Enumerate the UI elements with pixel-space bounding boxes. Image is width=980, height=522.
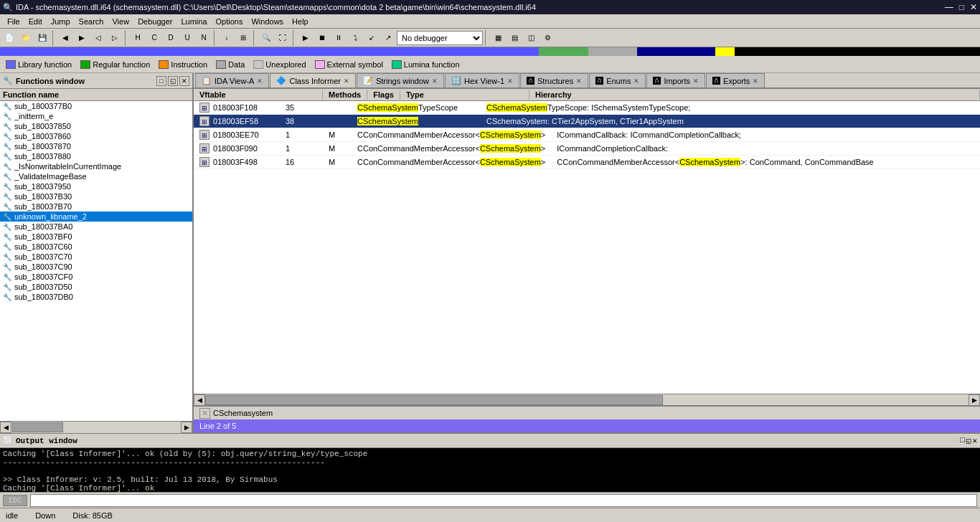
- func-item[interactable]: 🔧sub_180037880: [0, 151, 192, 161]
- output-close-btn[interactable]: ✕: [972, 436, 977, 445]
- toolbar-hex[interactable]: H: [130, 30, 146, 46]
- table-row[interactable]: ⊞ 018003EF58 38 CSchemaSystem CSchemaSys…: [194, 115, 980, 128]
- tab-enums[interactable]: 🅰 Enums ✕: [589, 73, 646, 87]
- toolbar-undefine[interactable]: U: [179, 30, 195, 46]
- idc-input[interactable]: [30, 494, 977, 507]
- tab-hex-view[interactable]: 🔠 Hex View-1 ✕: [445, 73, 519, 87]
- functions-panel-new[interactable]: □: [156, 76, 166, 86]
- table-row[interactable]: ⊞ 018003EE70 1 M CConCommandMemberAccess…: [194, 128, 980, 142]
- toolbar-code[interactable]: C: [146, 30, 162, 46]
- func-item[interactable]: 🔧sub_1800377B0: [0, 101, 192, 111]
- menu-edit[interactable]: Edit: [24, 16, 47, 27]
- minimize-button[interactable]: —: [945, 2, 953, 12]
- table-row[interactable]: ⊞ 018003F498 16 M CConCommandMemberAcces…: [194, 156, 980, 169]
- toolbar-stepout[interactable]: ↗: [380, 30, 396, 46]
- toolbar-stepinto[interactable]: ↙: [364, 30, 380, 46]
- menu-search[interactable]: Search: [75, 16, 108, 27]
- toolbar-back2[interactable]: ◁: [90, 30, 106, 46]
- menu-options[interactable]: Options: [212, 16, 248, 27]
- output-header-buttons[interactable]: □ ◱ ✕: [960, 436, 977, 445]
- tab-exports[interactable]: 🅰 Exports ✕: [706, 73, 765, 87]
- table-row[interactable]: ⊞ 018003F090 1 M CConCommandMemberAccess…: [194, 142, 980, 156]
- toolbar-extra3[interactable]: ◫: [523, 30, 539, 46]
- toolbar-jump[interactable]: ↓: [219, 30, 235, 46]
- table-row[interactable]: ⊞ 018003F108 35 CSchemaSystemTypeScope C…: [194, 101, 980, 115]
- func-item[interactable]: 🔧sub_180037D50: [0, 282, 192, 292]
- func-item[interactable]: 🔧unknown_libname_2: [0, 212, 192, 222]
- table-body[interactable]: ⊞ 018003F108 35 CSchemaSystemTypeScope C…: [194, 101, 980, 394]
- toolbar-new[interactable]: 📄: [1, 30, 17, 46]
- menu-windows[interactable]: Windows: [247, 16, 288, 27]
- toolbar-extra1[interactable]: ▦: [490, 30, 506, 46]
- func-item[interactable]: 🔧sub_180037860: [0, 131, 192, 141]
- tab-class-informer[interactable]: 🔷 Class Informer ✕: [270, 73, 356, 87]
- hscroll-thumb[interactable]: [12, 422, 63, 432]
- functions-panel-close[interactable]: ✕: [179, 76, 189, 86]
- toolbar-search1[interactable]: 🔍: [258, 30, 274, 46]
- tab-class-close[interactable]: ✕: [344, 77, 349, 85]
- tab-strings-close[interactable]: ✕: [432, 77, 438, 85]
- func-item[interactable]: 🔧sub_180037BA0: [0, 222, 192, 232]
- toolbar-extra4[interactable]: ⚙: [540, 30, 555, 46]
- output-new-btn[interactable]: □: [960, 436, 965, 445]
- toolbar-fwd[interactable]: ▶: [74, 30, 90, 46]
- output-restore-btn[interactable]: ◱: [966, 436, 971, 445]
- func-item[interactable]: 🔧sub_180037B70: [0, 201, 192, 212]
- menu-help[interactable]: Help: [288, 16, 313, 27]
- toolbar-pause[interactable]: ⏸: [331, 30, 347, 46]
- hscroll-thumb[interactable]: [205, 395, 663, 405]
- maximize-button[interactable]: □: [959, 2, 964, 12]
- tab-ida-close[interactable]: ✕: [257, 77, 263, 85]
- functions-panel-buttons[interactable]: □ ◱ ✕: [156, 76, 189, 86]
- hscroll-right-arrow[interactable]: ▶: [969, 394, 980, 406]
- tab-structures-close[interactable]: ✕: [576, 77, 582, 85]
- toolbar-fwd2[interactable]: ▷: [107, 30, 123, 46]
- hscroll-left-arrow[interactable]: ◀: [194, 394, 205, 406]
- func-item[interactable]: 🔧sub_180037950: [0, 181, 192, 191]
- tab-imports[interactable]: 🅰 Imports ✕: [646, 73, 705, 87]
- toolbar-graph[interactable]: ⊞: [235, 30, 251, 46]
- menu-debugger[interactable]: Debugger: [133, 16, 176, 27]
- toolbar-stepover[interactable]: ⤵: [347, 30, 363, 46]
- toolbar-name[interactable]: N: [196, 30, 212, 46]
- functions-hscroll[interactable]: ◀ ▶: [0, 421, 192, 432]
- func-item[interactable]: 🔧sub_180037850: [0, 121, 192, 131]
- menu-view[interactable]: View: [108, 16, 133, 27]
- toolbar-run[interactable]: ▶: [298, 30, 314, 46]
- menu-file[interactable]: File: [3, 16, 24, 27]
- func-item[interactable]: 🔧_IsNonwritableInCurrentImage: [0, 161, 192, 171]
- close-button[interactable]: ✕: [970, 2, 977, 12]
- func-item[interactable]: 🔧_initterm_e: [0, 111, 192, 121]
- bottom-nav-close-icon[interactable]: ✕: [199, 408, 210, 419]
- tab-imports-close[interactable]: ✕: [693, 77, 699, 85]
- tab-ida-view-a[interactable]: 📋 IDA View-A ✕: [195, 73, 269, 87]
- toolbar-open[interactable]: 📁: [18, 30, 34, 46]
- toolbar-save[interactable]: 💾: [34, 30, 50, 46]
- func-item[interactable]: 🔧sub_180037B30: [0, 191, 192, 201]
- toolbar-search2[interactable]: ⛶: [275, 30, 291, 46]
- toolbar-back[interactable]: ◀: [57, 30, 73, 46]
- menu-lumina[interactable]: Lumina: [176, 16, 211, 27]
- func-item[interactable]: 🔧sub_180037BF0: [0, 232, 192, 242]
- window-controls[interactable]: — □ ✕: [945, 2, 977, 12]
- menu-jump[interactable]: Jump: [47, 16, 75, 27]
- h-scroll-bar[interactable]: ◀ ▶: [194, 394, 980, 405]
- func-item[interactable]: 🔧sub_180037870: [0, 141, 192, 151]
- tab-strings-window[interactable]: 📝 Strings window ✕: [357, 73, 444, 87]
- functions-panel-restore[interactable]: ◱: [168, 76, 178, 86]
- func-item[interactable]: 🔧sub_180037DB0: [0, 292, 192, 302]
- func-item[interactable]: 🔧sub_180037C60: [0, 242, 192, 252]
- func-item[interactable]: 🔧sub_180037C90: [0, 262, 192, 272]
- hscroll-right[interactable]: ▶: [181, 422, 192, 433]
- toolbar-data[interactable]: D: [163, 30, 179, 46]
- tab-hex-close[interactable]: ✕: [507, 77, 513, 85]
- functions-list[interactable]: 🔧sub_1800377B0🔧_initterm_e🔧sub_180037850…: [0, 101, 192, 421]
- tab-structures[interactable]: 🅰 Structures ✕: [520, 73, 588, 87]
- toolbar-stop[interactable]: ⏹: [314, 30, 330, 46]
- func-item[interactable]: 🔧sub_180037CF0: [0, 272, 192, 282]
- func-item[interactable]: 🔧sub_180037C70: [0, 252, 192, 262]
- func-item[interactable]: 🔧_ValidateImageBase: [0, 171, 192, 181]
- debugger-combo[interactable]: No debugger: [397, 31, 483, 45]
- hscroll-left[interactable]: ◀: [0, 422, 11, 433]
- tab-exports-close[interactable]: ✕: [753, 77, 758, 85]
